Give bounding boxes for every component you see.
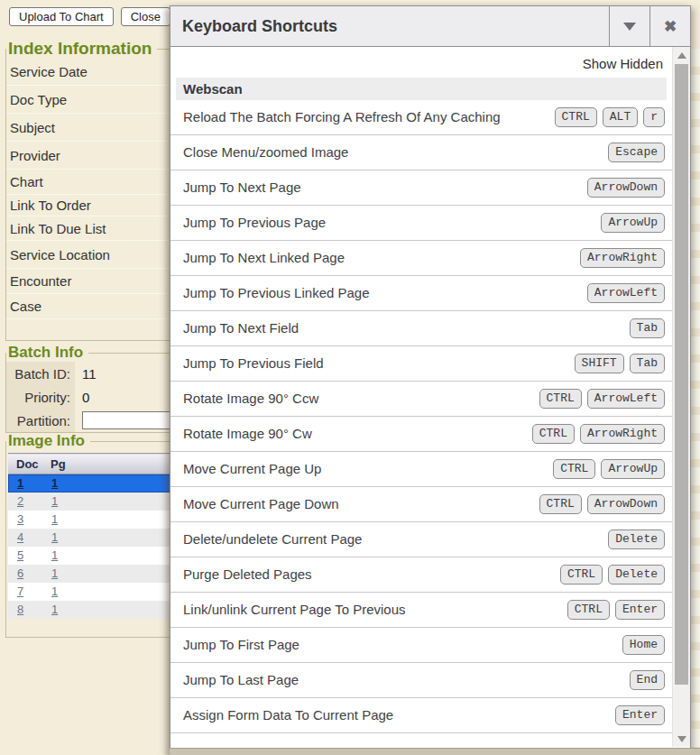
shortcut-label: Jump To Previous Field xyxy=(183,355,515,373)
doc-cell: 3 xyxy=(8,511,42,529)
doc-link[interactable]: 7 xyxy=(17,585,23,598)
pg-cell: 1 xyxy=(42,601,77,619)
shortcut-keys: CTRLArrowRight xyxy=(532,424,665,444)
key-badge: r xyxy=(643,107,665,127)
key-badge: ArrowUp xyxy=(601,459,665,479)
shortcut-row: Jump To Previous Linked PageArrowLeft xyxy=(170,276,672,311)
pg-link[interactable]: 1 xyxy=(51,603,58,616)
show-hidden-link[interactable]: Show Hidden xyxy=(170,47,672,78)
key-badge: Escape xyxy=(608,143,665,162)
shortcut-row: Reload The Batch Forcing A Refresh Of An… xyxy=(170,100,672,135)
pg-link[interactable]: 1 xyxy=(51,530,58,544)
key-badge: ArrowDown xyxy=(587,178,665,198)
batch-field-value: 11 xyxy=(75,366,97,382)
key-badge: ArrowRight xyxy=(580,248,665,268)
shortcut-list: Reload The Batch Forcing A Refresh Of An… xyxy=(170,100,672,733)
shortcut-label: Close Menu/zoomed Image xyxy=(183,144,515,161)
dialog-bottom-edge xyxy=(170,748,700,755)
shortcut-row: Rotate Image 90° CcwCTRLArrowLeft xyxy=(170,382,672,417)
key-badge: ArrowRight xyxy=(580,424,665,444)
key-badge: ArrowLeft xyxy=(587,283,665,303)
key-badge: ArrowDown xyxy=(587,494,665,514)
column-header-pg: Pg xyxy=(42,454,77,474)
shortcut-label: Jump To Next Linked Page xyxy=(183,250,515,267)
shortcut-keys: CTRLEnter xyxy=(567,600,665,620)
shortcut-row: Jump To Next Linked PageArrowRight xyxy=(170,241,672,276)
pg-cell: 1 xyxy=(42,493,77,511)
doc-link[interactable]: 8 xyxy=(17,603,23,616)
key-badge: Delete xyxy=(608,565,665,585)
dialog-close-button[interactable]: ✖ xyxy=(649,6,690,46)
doc-link[interactable]: 4 xyxy=(17,530,23,544)
batch-field-label: Priority: xyxy=(6,385,75,409)
key-badge: Tab xyxy=(630,354,665,373)
doc-cell: 7 xyxy=(8,583,42,601)
pg-link[interactable]: 1 xyxy=(51,476,58,490)
shortcut-label: Rotate Image 90° Cw xyxy=(183,426,515,443)
shortcut-row: Jump To Previous FieldSHIFTTab xyxy=(170,346,672,382)
arrow-up-icon xyxy=(677,52,686,59)
pg-cell: 1 xyxy=(42,529,77,547)
doc-link[interactable]: 2 xyxy=(17,494,23,508)
shortcut-keys: End xyxy=(630,670,665,690)
key-badge: Delete xyxy=(608,529,665,549)
doc-link[interactable]: 3 xyxy=(17,512,23,526)
dialog-body: Show Hidden Webscan Reload The Batch For… xyxy=(170,47,690,754)
shortcut-label: Purge Deleted Pages xyxy=(183,566,515,584)
chevron-down-icon xyxy=(623,23,636,31)
pg-link[interactable]: 1 xyxy=(51,512,58,526)
doc-cell: 2 xyxy=(8,493,42,511)
shortcut-row: Jump To Next PageArrowDown xyxy=(170,170,672,206)
shortcut-row: Move Current Page DownCTRLArrowDown xyxy=(170,487,672,522)
shortcut-label: Jump To First Page xyxy=(183,637,515,654)
shortcut-row: Jump To Next FieldTab xyxy=(170,311,672,346)
shortcut-row: Jump To Previous PageArrowUp xyxy=(170,206,672,241)
image-info-title: Image Info xyxy=(6,432,90,450)
shortcut-row: Link/unlink Current Page To PreviousCTRL… xyxy=(170,593,672,628)
shortcut-keys: Escape xyxy=(608,143,665,162)
close-icon: ✖ xyxy=(664,19,677,34)
toolbar: Upload To Chart Close ? xyxy=(9,7,194,26)
shortcut-label: Jump To Last Page xyxy=(183,672,515,689)
index-information-title: Index Information xyxy=(6,39,157,59)
column-header-doc: Doc xyxy=(8,454,42,474)
key-badge: CTRL xyxy=(567,600,610,620)
pg-cell: 1 xyxy=(42,511,77,529)
batch-field-label: Batch ID: xyxy=(6,362,75,385)
dialog-header: Keyboard Shortcuts ✖ xyxy=(170,6,690,47)
shortcut-keys: ArrowRight xyxy=(580,248,665,268)
close-button[interactable]: Close xyxy=(121,7,170,26)
modal-scrollbar[interactable] xyxy=(672,47,690,747)
dialog-collapse-button[interactable] xyxy=(609,6,649,46)
batch-field-label: Partition: xyxy=(6,409,75,432)
shortcut-keys: Home xyxy=(622,635,665,655)
shortcut-keys: CTRLALTr xyxy=(555,107,665,127)
doc-link[interactable]: 1 xyxy=(17,476,23,490)
doc-cell: 6 xyxy=(8,565,42,583)
shortcut-label: Jump To Previous Linked Page xyxy=(183,285,515,302)
scrollbar-thumb[interactable] xyxy=(675,64,688,685)
shortcut-keys: CTRLDelete xyxy=(560,565,665,585)
shortcut-row: Jump To Last PageEnd xyxy=(170,663,672,698)
dialog-title: Keyboard Shortcuts xyxy=(170,6,609,46)
key-badge: Enter xyxy=(615,600,665,620)
shortcut-keys: CTRLArrowDown xyxy=(539,494,665,514)
doc-link[interactable]: 6 xyxy=(17,566,23,580)
pg-link[interactable]: 1 xyxy=(51,585,58,598)
shortcut-row: Close Menu/zoomed ImageEscape xyxy=(170,135,672,170)
pg-link[interactable]: 1 xyxy=(51,566,58,580)
doc-link[interactable]: 5 xyxy=(17,548,23,562)
pg-cell: 1 xyxy=(42,547,77,565)
pg-link[interactable]: 1 xyxy=(51,494,58,508)
scroll-down-button[interactable] xyxy=(673,731,690,747)
upload-to-chart-button[interactable]: Upload To Chart xyxy=(9,7,114,26)
pg-cell: 1 xyxy=(42,583,77,601)
shortcut-label: Reload The Batch Forcing A Refresh Of An… xyxy=(183,109,515,126)
pg-link[interactable]: 1 xyxy=(51,548,58,562)
doc-cell: 4 xyxy=(8,529,42,547)
pg-cell: 1 xyxy=(42,474,77,493)
key-badge: Enter xyxy=(615,705,665,725)
shortcut-list-container: Show Hidden Webscan Reload The Batch For… xyxy=(170,47,672,754)
shortcut-row: Move Current Page UpCTRLArrowUp xyxy=(170,452,672,487)
scroll-up-button[interactable] xyxy=(673,47,690,63)
